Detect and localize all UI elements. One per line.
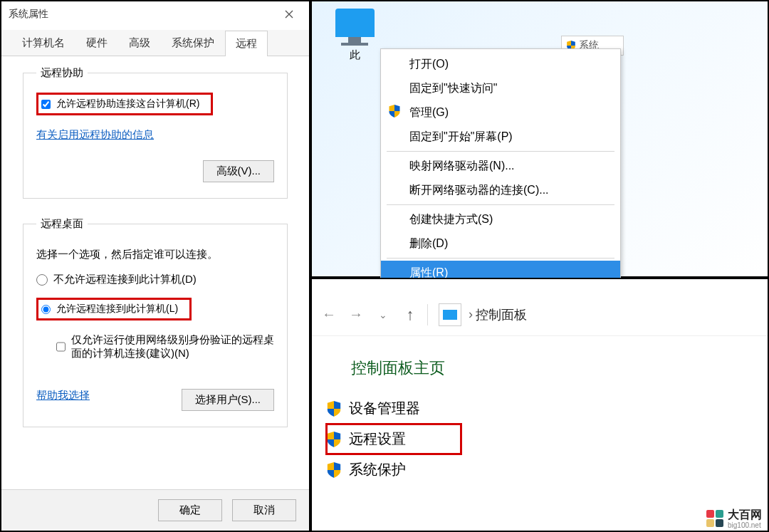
link-remote-settings[interactable]: 远程设置 (326, 424, 461, 454)
tab-advanced[interactable]: 高级 (118, 30, 161, 56)
ok-button[interactable]: 确定 (158, 499, 222, 521)
radio-deny-row[interactable]: 不允许远程连接到此计算机(D) (36, 273, 274, 286)
dialog-body: 远程协助 允许远程协助连接这台计算机(R) 有关启用远程协助的信息 高级(V).… (1, 56, 309, 489)
close-icon (285, 10, 293, 19)
back-button[interactable]: ← (319, 305, 339, 325)
up-button[interactable]: ↑ (400, 305, 420, 325)
link-device-manager[interactable]: 设备管理器 (326, 393, 768, 424)
control-panel-links: 设备管理器 远程设置 系统保护 (312, 393, 768, 485)
breadcrumb-text: 控制面板 (476, 306, 527, 323)
radio-deny-remote[interactable] (36, 274, 48, 286)
allow-remote-assist-label: 允许远程协助连接这台计算机(R) (56, 98, 199, 110)
close-button[interactable] (276, 4, 302, 25)
remote-assist-advanced-button[interactable]: 高级(V)... (203, 160, 275, 182)
shield-icon (326, 462, 342, 478)
link-system-protection[interactable]: 系统保护 (326, 454, 768, 485)
remote-desktop-group: 远程桌面 选择一个选项，然后指定谁可以连接。 不允许远程连接到此计算机(D) 允… (23, 217, 288, 427)
forward-button[interactable]: → (346, 305, 366, 325)
menu-separator (387, 258, 614, 259)
ctx-item-manage[interactable]: 管理(G) (381, 100, 620, 125)
ctx-item-pin-quickaccess[interactable]: 固定到"快速访问" (381, 76, 620, 100)
link-label: 远程设置 (349, 429, 406, 449)
select-users-button[interactable]: 选择用户(S)... (182, 389, 275, 411)
history-dropdown[interactable]: ⌄ (373, 305, 393, 325)
chevron-right-icon: › (469, 307, 473, 322)
dialog-footer: 确定 取消 (1, 489, 309, 531)
ctx-item-delete[interactable]: 删除(D) (381, 231, 620, 256)
context-menu-screenshot: 此 系统 打开(O) 固定到"快速访问" 管理(G) 固定到"开始"屏幕(P) … (310, 0, 769, 278)
breadcrumb[interactable]: › 控制面板 (469, 306, 527, 323)
highlight-allow-assist: 允许远程协助连接这台计算机(R) (36, 93, 213, 115)
remote-desktop-legend: 远程桌面 (36, 217, 88, 231)
system-properties-dialog: 系统属性 计算机名 硬件 高级 系统保护 远程 远程协助 允许远程协助连接这台计… (0, 0, 310, 532)
watermark: 大百网 big100.net (703, 506, 765, 531)
tab-system-protection[interactable]: 系统保护 (161, 30, 225, 56)
tab-bar: 计算机名 硬件 高级 系统保护 远程 (1, 30, 309, 56)
remote-desktop-note: 选择一个选项，然后指定谁可以连接。 (36, 248, 274, 261)
menu-separator (387, 151, 614, 152)
control-panel-screenshot: ← → ⌄ ↑ › 控制面板 控制面板主页 设备管理器 远程设置 系统保护 (310, 278, 769, 532)
link-label: 设备管理器 (349, 399, 420, 418)
menu-separator (387, 204, 614, 205)
tab-hardware[interactable]: 硬件 (75, 30, 118, 56)
this-pc-label: 此 (326, 48, 383, 62)
link-label: 系统保护 (349, 460, 406, 479)
help-me-choose-link[interactable]: 帮助我选择 (36, 389, 90, 402)
explorer-navbar: ← → ⌄ ↑ › 控制面板 (312, 293, 768, 336)
highlight-allow-remote: 允许远程连接到此计算机(L) (36, 298, 192, 320)
remote-assistance-group: 远程协助 允许远程协助连接这台计算机(R) 有关启用远程协助的信息 高级(V).… (23, 66, 288, 199)
watermark-logo (706, 510, 723, 527)
this-pc-icon[interactable]: 此 (326, 9, 383, 62)
radio-allow-remote[interactable] (41, 305, 51, 314)
context-menu: 打开(O) 固定到"快速访问" 管理(G) 固定到"开始"屏幕(P) 映射网络驱… (380, 48, 621, 288)
ctx-item-create-shortcut[interactable]: 创建快捷方式(S) (381, 207, 620, 231)
ctx-item-disconnect-drive[interactable]: 断开网络驱动器的连接(C)... (381, 178, 620, 202)
titlebar: 系统属性 (1, 1, 309, 27)
nla-row[interactable]: 仅允许运行使用网络级别身份验证的远程桌面的计算机连接(建议)(N) (56, 333, 274, 360)
shield-icon (326, 432, 342, 447)
shield-icon (326, 401, 342, 417)
control-panel-icon (439, 303, 461, 326)
tab-remote[interactable]: 远程 (225, 31, 268, 56)
ctx-item-pin-start[interactable]: 固定到"开始"屏幕(P) (381, 125, 620, 149)
allow-remote-assist-checkbox[interactable] (41, 100, 51, 109)
radio-allow-label: 允许远程连接到此计算机(L) (56, 303, 178, 315)
cancel-button[interactable]: 取消 (232, 499, 296, 521)
ctx-item-map-drive[interactable]: 映射网络驱动器(N)... (381, 154, 620, 178)
remote-assist-info-link[interactable]: 有关启用远程协助的信息 (36, 128, 154, 142)
watermark-name: 大百网 (728, 508, 762, 521)
radio-deny-label: 不允许远程连接到此计算机(D) (53, 273, 197, 286)
nla-label: 仅允许运行使用网络级别身份验证的远程桌面的计算机连接(建议)(N) (71, 333, 274, 360)
shield-icon (388, 105, 401, 118)
remote-assistance-legend: 远程协助 (36, 66, 88, 80)
ctx-item-open[interactable]: 打开(O) (381, 52, 620, 76)
control-panel-home-heading: 控制面板主页 (312, 336, 768, 393)
nla-checkbox[interactable] (56, 341, 66, 353)
watermark-sub: big100.net (728, 521, 762, 529)
tab-computer-name[interactable]: 计算机名 (11, 30, 75, 56)
dialog-title: 系统属性 (9, 8, 48, 21)
